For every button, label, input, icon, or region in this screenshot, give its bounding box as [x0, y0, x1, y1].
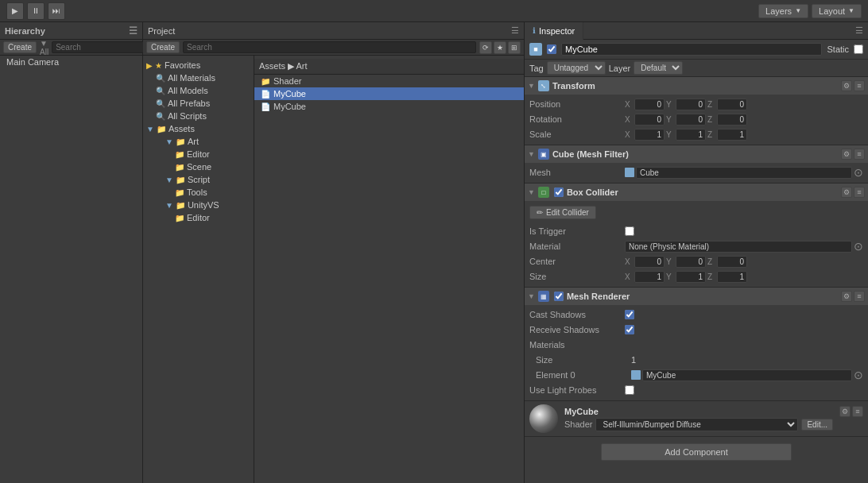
favorites-all-scripts[interactable]: 🔍 All Scripts: [143, 110, 254, 122]
size-y-input[interactable]: [676, 271, 706, 283]
position-x-input[interactable]: [634, 99, 665, 110]
hierarchy-create-button[interactable]: Create: [3, 41, 37, 53]
rotation-y-input[interactable]: [676, 114, 706, 126]
add-component-button[interactable]: Add Component: [601, 443, 792, 461]
pause-button[interactable]: ⏸: [27, 2, 45, 20]
assets-scene[interactable]: 📁 Scene: [143, 160, 254, 173]
assets-editor-2[interactable]: 📁 Editor: [143, 211, 254, 224]
hierarchy-menu-icon[interactable]: ☰: [129, 25, 138, 37]
favorites-all-models[interactable]: 🔍 All Models: [143, 84, 254, 97]
project-content: ▶ ★ Transform Favorites 🔍 All Materials …: [143, 56, 524, 483]
receive-shadows-checkbox[interactable]: [625, 325, 634, 334]
center-z-input[interactable]: [717, 256, 747, 268]
size-z-input[interactable]: [717, 271, 747, 283]
static-checkbox[interactable]: [854, 44, 863, 54]
box-collider-more-btn[interactable]: ≡: [854, 187, 865, 198]
shader-select[interactable]: Self-Illumin/Bumped Diffuse: [595, 418, 798, 431]
mesh-renderer-enabled-checkbox[interactable]: [554, 292, 564, 301]
asset-shader[interactable]: 📁 Shader: [254, 75, 524, 87]
assets-script[interactable]: ▼ 📁 Script: [143, 173, 254, 186]
mesh-renderer-settings-btn[interactable]: ⚙: [841, 291, 852, 302]
hierarchy-item-camera[interactable]: Main Camera: [0, 56, 142, 68]
assets-unityvs[interactable]: ▼ 📁 UnityVS: [143, 199, 254, 211]
mesh-value-input[interactable]: [636, 167, 852, 179]
collider-size-label: Size: [529, 272, 625, 281]
scale-x-input[interactable]: [634, 129, 665, 141]
step-button[interactable]: ⏭: [48, 2, 65, 20]
cast-shadows-row: Cast Shadows: [529, 307, 863, 322]
scale-y-input[interactable]: [676, 129, 706, 141]
position-y-input[interactable]: [676, 99, 706, 110]
layers-dropdown[interactable]: Layers: [758, 4, 808, 18]
element0-row: Element 0 ⊙: [529, 368, 863, 382]
transform-header[interactable]: ▼ ⤡ Transform ⚙ ≡: [525, 77, 868, 95]
element0-select-btn[interactable]: ⊙: [854, 369, 863, 381]
receive-shadows-label: Receive Shadows: [529, 325, 625, 334]
use-light-probes-label: Use Light Probes: [529, 385, 625, 395]
cast-shadows-label: Cast Shadows: [529, 310, 625, 319]
asset-mycube-2[interactable]: 📄 MyCube: [254, 100, 524, 113]
assets-editor-1[interactable]: 📁 Editor: [143, 148, 254, 160]
box-collider-header[interactable]: ▼ □ Box Collider ⚙ ≡: [525, 184, 868, 201]
assets-art[interactable]: ▼ 📁 Art: [143, 135, 254, 148]
rotation-z-input[interactable]: [717, 114, 747, 126]
search-icon-materials: 🔍: [156, 74, 165, 83]
shader-edit-button[interactable]: Edit...: [801, 419, 833, 431]
rotation-x-input[interactable]: [634, 114, 665, 126]
favorites-all-prefabs[interactable]: 🔍 All Prefabs: [143, 97, 254, 110]
favorites-section[interactable]: ▶ ★ Transform Favorites: [143, 59, 254, 71]
object-name-input[interactable]: [561, 43, 822, 56]
mesh-filter-header[interactable]: ▼ ▣ Cube (Mesh Filter) ⚙ ≡: [525, 145, 868, 163]
transform-settings-btn[interactable]: ⚙: [841, 80, 852, 91]
edit-collider-button[interactable]: ✏ Edit Collider: [529, 206, 596, 219]
center-y-input[interactable]: [676, 256, 706, 268]
collider-material-select-btn[interactable]: ⊙: [854, 240, 863, 253]
use-light-probes-row: Use Light Probes: [529, 383, 863, 397]
box-collider-enabled-checkbox[interactable]: [554, 187, 564, 197]
material-settings-btn[interactable]: ⚙: [839, 406, 851, 417]
cast-shadows-checkbox[interactable]: [625, 310, 634, 319]
project-search-input[interactable]: [183, 41, 476, 53]
mycube-selected-label: MyCube: [273, 89, 306, 99]
mesh-select-btn[interactable]: ⊙: [854, 166, 863, 179]
mesh-renderer-more-btn[interactable]: ≡: [854, 291, 865, 302]
rot-z-label: Z: [707, 115, 715, 124]
project-icon-btn-1[interactable]: ⟳: [479, 41, 492, 54]
layout-dropdown[interactable]: Layout: [812, 4, 862, 18]
art-fold-icon: ▼: [165, 137, 173, 146]
asset-mycube-selected[interactable]: 📄 MyCube: [254, 87, 524, 100]
box-collider-settings-btn[interactable]: ⚙: [841, 187, 852, 198]
position-z-input[interactable]: [717, 99, 747, 110]
use-light-probes-checkbox[interactable]: [625, 385, 634, 395]
inspector-menu-icon[interactable]: ☰: [851, 25, 868, 36]
scale-x-field: X: [625, 129, 665, 141]
mesh-filter-section: ▼ ▣ Cube (Mesh Filter) ⚙ ≡ Mesh ⊙: [525, 145, 868, 184]
unityvs-folder-icon: 📁: [176, 201, 185, 210]
transform-more-btn[interactable]: ≡: [854, 80, 865, 91]
mesh-renderer-header[interactable]: ▼ ▦ Mesh Renderer ⚙ ≡: [525, 288, 868, 305]
material-more-btn[interactable]: ≡: [852, 406, 863, 417]
tag-select[interactable]: Untagged: [547, 61, 606, 75]
assets-tools[interactable]: 📁 Tools: [143, 186, 254, 199]
play-button[interactable]: ▶: [6, 2, 24, 20]
mesh-filter-more-btn[interactable]: ≡: [854, 149, 865, 160]
element0-input[interactable]: [642, 369, 852, 381]
center-x-input[interactable]: [634, 256, 665, 268]
materials-label: Materials: [529, 340, 625, 350]
project-icon-btn-3[interactable]: ⊞: [508, 41, 521, 54]
mesh-filter-settings-btn[interactable]: ⚙: [841, 149, 852, 160]
layer-select[interactable]: Default: [634, 61, 683, 75]
favorites-materials-label: All Materials: [168, 73, 215, 83]
scale-z-input[interactable]: [717, 129, 747, 141]
inspector-tab[interactable]: ℹ Inspector: [525, 22, 583, 40]
collider-material-input[interactable]: [625, 241, 852, 253]
scale-y-field: Y: [666, 129, 706, 141]
assets-section[interactable]: ▼ 📁 Assets: [143, 122, 254, 135]
is-trigger-checkbox[interactable]: [625, 226, 634, 236]
size-x-input[interactable]: [634, 271, 665, 283]
project-menu-icon[interactable]: ☰: [511, 25, 519, 36]
project-icon-btn-2[interactable]: ★: [494, 41, 506, 54]
project-create-button[interactable]: Create: [146, 41, 180, 53]
favorites-all-materials[interactable]: 🔍 All Materials: [143, 71, 254, 84]
object-enabled-checkbox[interactable]: [547, 44, 556, 54]
